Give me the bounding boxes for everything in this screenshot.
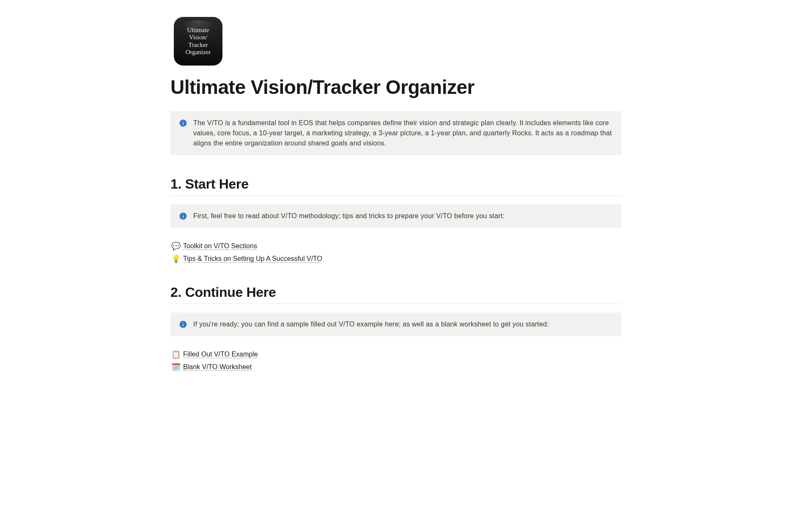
intro-callout: The V/TO is a fundamental tool in EOS th… — [170, 111, 621, 155]
section-2-callout-text: If you're ready; you can find a sample f… — [193, 319, 549, 329]
app-icon-text: Ultimate Vision/ Tracker Organizer — [186, 27, 211, 56]
page-title: Ultimate Vision/Tracker Organizer — [170, 76, 621, 99]
divider — [170, 195, 621, 196]
section-2-links: 📋 Filled Out V/TO Example 🗓️ Blank V/TO … — [170, 349, 621, 373]
link-toolkit[interactable]: 💬 Toolkit on V/TO Sections — [170, 241, 621, 252]
info-icon — [179, 320, 187, 329]
section-1-callout: First, feel free to read about V/TO meth… — [170, 204, 621, 228]
info-icon — [179, 212, 187, 220]
app-icon: Ultimate Vision/ Tracker Organizer — [174, 17, 222, 66]
link-filled-example[interactable]: 📋 Filled Out V/TO Example — [170, 349, 621, 360]
link-text: Blank V/TO Worksheet — [183, 363, 252, 371]
section-1-links: 💬 Toolkit on V/TO Sections 💡 Tips & Tric… — [170, 241, 621, 264]
link-text: Tips & Tricks on Setting Up A Successful… — [183, 255, 322, 263]
lightbulb-icon: 💡 — [171, 255, 181, 263]
info-icon — [179, 119, 187, 127]
link-text: Toolkit on V/TO Sections — [183, 242, 257, 250]
section-1-callout-text: First, feel free to read about V/TO meth… — [193, 211, 505, 221]
section-1-heading: 1. Start Here — [170, 176, 621, 192]
speech-bubble-icon: 💬 — [171, 242, 181, 250]
intro-callout-text: The V/TO is a fundamental tool in EOS th… — [193, 118, 613, 148]
link-text: Filled Out V/TO Example — [183, 351, 258, 358]
link-tips-tricks[interactable]: 💡 Tips & Tricks on Setting Up A Successf… — [170, 253, 621, 264]
calendar-icon: 🗓️ — [171, 363, 181, 371]
clipboard-icon: 📋 — [171, 351, 181, 358]
link-blank-worksheet[interactable]: 🗓️ Blank V/TO Worksheet — [170, 362, 621, 373]
section-2-callout: If you're ready; you can find a sample f… — [170, 312, 621, 336]
section-2-heading: 2. Continue Here — [170, 285, 621, 300]
divider — [170, 304, 621, 304]
